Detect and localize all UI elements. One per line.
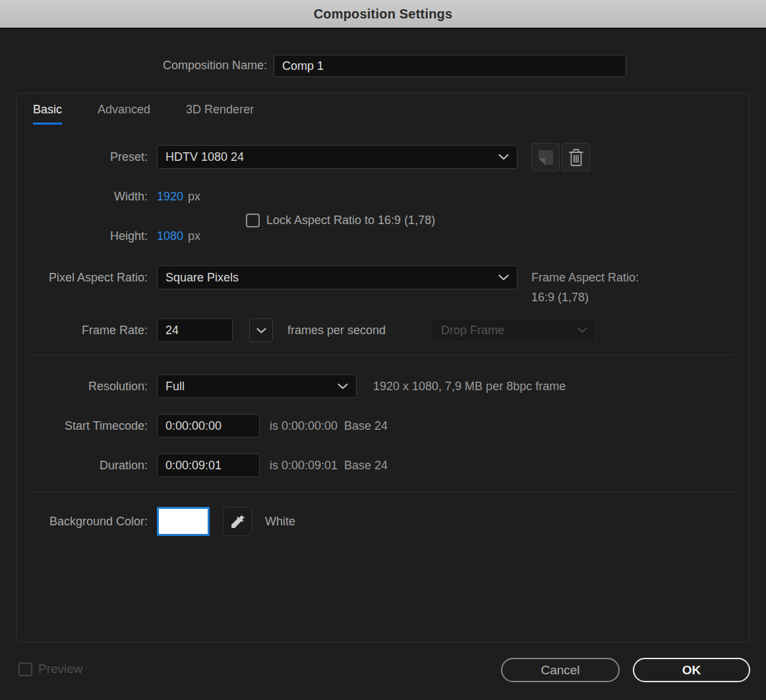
chevron-down-icon [577, 328, 587, 334]
duration-row: Duration: is 0:00:09:01 Base 24 [17, 453, 388, 477]
lock-aspect-row: Lock Aspect Ratio to 16:9 (1,78) [246, 214, 435, 227]
width-value[interactable]: 1920 [157, 190, 183, 204]
height-row: Height: 1080 px [17, 229, 200, 243]
frames-per-second-label: frames per second [287, 324, 386, 337]
height-unit: px [188, 229, 200, 243]
frame-aspect-ratio-label: Frame Aspect Ratio: [531, 268, 639, 287]
height-value[interactable]: 1080 [157, 229, 183, 243]
chevron-down-icon [498, 275, 509, 281]
duration-input[interactable] [157, 453, 260, 477]
eyedropper-icon [229, 513, 246, 530]
save-preset-icon [537, 149, 554, 166]
lock-aspect-checkbox[interactable] [246, 214, 260, 227]
start-timecode-info: is 0:00:00:00 Base 24 [270, 419, 388, 433]
frame-aspect-ratio: Frame Aspect Ratio: 16:9 (1,78) [531, 268, 639, 307]
resolution-info: 1920 x 1080, 7,9 MB per 8bpc frame [373, 380, 566, 394]
resolution-row: Resolution: Full 1920 x 1080, 7,9 MB per… [17, 374, 566, 398]
tab-bar: Basic Advanced 3D Renderer [33, 103, 254, 125]
tab-advanced[interactable]: Advanced [98, 103, 150, 125]
start-timecode-input[interactable] [157, 414, 260, 438]
timecode-style-value: Drop Frame [441, 324, 504, 337]
preset-row: Preset: HDTV 1080 24 [17, 145, 517, 169]
composition-name-label: Composition Name: [0, 59, 267, 73]
timecode-style-select-disabled: Drop Frame [431, 318, 596, 342]
section-divider [28, 492, 734, 492]
chevron-down-icon [256, 328, 266, 334]
duration-label: Duration: [17, 459, 157, 473]
pixel-aspect-ratio-label: Pixel Aspect Ratio: [17, 271, 157, 285]
preset-actions [531, 143, 590, 171]
chevron-down-icon [498, 154, 509, 160]
pixel-aspect-ratio-value: Square Pixels [165, 271, 239, 285]
resolution-label: Resolution: [17, 380, 157, 394]
height-label: Height: [17, 229, 157, 243]
composition-name-input[interactable] [274, 55, 626, 77]
save-preset-button[interactable] [531, 143, 560, 171]
start-timecode-label: Start Timecode: [17, 419, 157, 433]
resolution-value: Full [165, 380, 185, 394]
frame-rate-label: Frame Rate: [17, 324, 157, 337]
lock-aspect-label: Lock Aspect Ratio to 16:9 (1,78) [266, 214, 435, 227]
width-unit: px [188, 190, 200, 204]
resolution-select[interactable]: Full [157, 374, 357, 398]
preview-checkbox[interactable] [18, 662, 32, 676]
background-color-row: Background Color: White [17, 507, 295, 536]
frame-aspect-ratio-value: 16:9 (1,78) [531, 287, 639, 307]
eyedropper-button[interactable] [223, 507, 252, 536]
tab-3d-renderer[interactable]: 3D Renderer [186, 103, 254, 125]
section-divider [28, 355, 734, 355]
preview-label: Preview [38, 662, 83, 676]
delete-preset-button[interactable] [562, 143, 590, 171]
preset-value: HDTV 1080 24 [165, 150, 244, 164]
pixel-aspect-ratio-select[interactable]: Square Pixels [157, 266, 517, 289]
pixel-aspect-ratio-row: Pixel Aspect Ratio: Square Pixels [17, 266, 517, 289]
width-row: Width: 1920 px [17, 190, 200, 204]
preset-select[interactable]: HDTV 1080 24 [157, 145, 517, 169]
preset-label: Preset: [17, 150, 157, 164]
tab-basic[interactable]: Basic [33, 103, 62, 125]
start-timecode-row: Start Timecode: is 0:00:00:00 Base 24 [17, 414, 388, 438]
duration-info: is 0:00:09:01 Base 24 [270, 459, 388, 473]
delete-preset-icon [568, 148, 585, 167]
frame-rate-input[interactable] [157, 318, 233, 342]
dialog-title-bar[interactable]: Composition Settings [0, 0, 766, 29]
preview-row: Preview [18, 662, 83, 676]
background-color-swatch[interactable] [157, 507, 210, 536]
frame-rate-row: Frame Rate: frames per second [17, 318, 386, 342]
width-label: Width: [17, 190, 157, 204]
dialog-title: Composition Settings [314, 7, 453, 22]
background-color-name: White [265, 515, 295, 529]
chevron-down-icon [338, 384, 348, 390]
frame-rate-dropdown-button[interactable] [249, 318, 273, 342]
settings-panel: Basic Advanced 3D Renderer Preset: HDTV … [16, 93, 750, 643]
background-color-label: Background Color: [17, 515, 157, 529]
ok-button[interactable]: OK [633, 658, 750, 682]
cancel-button[interactable]: Cancel [501, 658, 620, 682]
